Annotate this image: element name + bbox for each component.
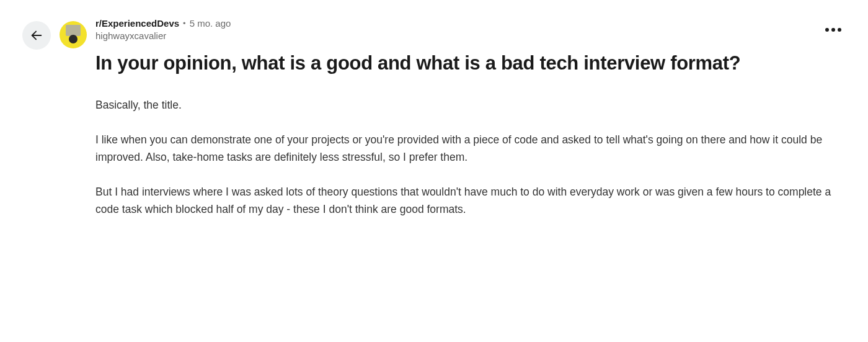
svg-point-1	[825, 28, 829, 32]
arrow-left-icon	[30, 29, 43, 42]
username-link[interactable]: highwayxcavalier	[95, 30, 166, 42]
svg-point-2	[831, 28, 835, 32]
meta-separator: •	[183, 18, 186, 29]
body-paragraph: But I had interviews where I was asked l…	[95, 183, 846, 218]
post-time: 5 mo. ago	[190, 17, 231, 30]
subreddit-link[interactable]: r/ExperiencedDevs	[95, 17, 179, 30]
subreddit-avatar[interactable]	[60, 21, 87, 48]
more-horizontal-icon	[825, 27, 842, 32]
back-button[interactable]	[22, 21, 51, 50]
meta-top: r/ExperiencedDevs • 5 mo. ago	[95, 17, 231, 30]
meta-left: r/ExperiencedDevs • 5 mo. ago highwayxca…	[95, 17, 231, 43]
post: r/ExperiencedDevs • 5 mo. ago highwayxca…	[22, 17, 846, 218]
post-content: r/ExperiencedDevs • 5 mo. ago highwayxca…	[95, 17, 846, 218]
post-title: In your opinion, what is a good and what…	[95, 52, 846, 76]
body-paragraph: Basically, the title.	[95, 96, 846, 114]
more-options-button[interactable]	[821, 24, 846, 36]
post-body: Basically, the title. I like when you ca…	[95, 96, 846, 218]
meta-row: r/ExperiencedDevs • 5 mo. ago highwayxca…	[95, 17, 846, 43]
svg-point-3	[838, 28, 841, 32]
body-paragraph: I like when you can demonstrate one of y…	[95, 131, 846, 166]
